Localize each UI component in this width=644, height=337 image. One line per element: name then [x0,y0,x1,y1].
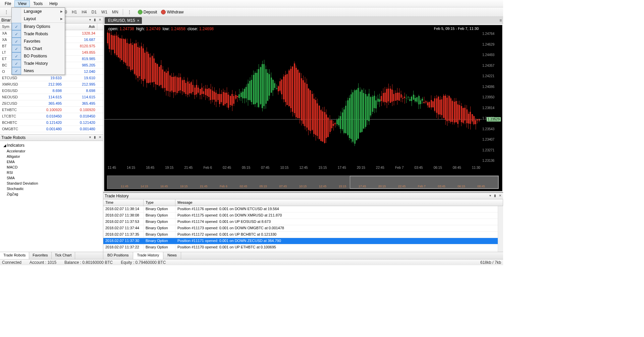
tree-node[interactable]: RSI [2,170,101,175]
watchlist-row[interactable]: NEOUSD114.615114.615 [0,94,103,100]
status-equity: Equity : 0.79460000 BTC [121,260,166,265]
history-row[interactable]: 2018.02.07 11:37:53Binary OptionPosition… [103,219,503,225]
trade-robots-panel: Trade Robots ▾ ▮ ✕ ◢ Indicators Accelera… [0,134,103,259]
menuitem-trade-robots[interactable]: ✓Trade Robots [12,30,65,38]
history-row[interactable]: 2018.02.07 11:37:35Binary OptionPosition… [103,232,503,238]
statusbar: Connected Account : 1015 Balance : 0.801… [0,259,503,265]
watchlist-row[interactable]: ETHBTC0.1009200.100920 [0,107,103,113]
panel-close-icon[interactable]: ✕ [498,194,502,198]
watchlist-row[interactable]: OMGBTC0.0014800.001480 [0,126,103,132]
history-grid[interactable]: Time Type Message 2018.02.07 11:38:14Bin… [103,199,503,252]
tree-node[interactable]: Alligator [2,154,101,159]
panel-pin-icon[interactable]: ▮ [93,135,97,140]
history-row[interactable]: 2018.02.07 11:37:44Binary OptionPosition… [103,225,503,232]
tab-trade-history[interactable]: Trade History [133,252,164,259]
chart-navigator[interactable]: 11:4514:1516:4519:1521:45Feb 602:4505:15… [107,176,499,189]
menuitem-layout[interactable]: Layout▶ [12,15,65,22]
col-ask[interactable]: Ask [64,23,97,30]
watchlist-row[interactable]: ETCUSD19.61019.610 [0,75,103,81]
y-axis: 1.247641.246291.244931.243571.242211.240… [482,32,501,162]
col-message[interactable]: Message [175,199,503,206]
panel-close-icon[interactable]: ✕ [98,18,102,22]
tree-node[interactable]: EMA [2,159,101,164]
deposit-icon [138,10,143,14]
history-tabs: BO PositionsTrade HistoryNews [103,252,503,259]
watchlist-row[interactable]: XMRUSD212.995212.995 [0,81,103,88]
chart-area[interactable]: open: 1.24738 high: 1.24749 low: 1.24658… [104,25,502,191]
tree-node[interactable]: ZigZag [2,191,101,197]
tab-bo-positions[interactable]: BO Positions [103,252,133,259]
menu-file[interactable]: File [1,0,14,7]
chart-tabs-menu-icon[interactable]: ≡ [499,18,502,23]
history-row[interactable]: 2018.02.07 11:37:22Binary OptionPosition… [103,244,503,251]
history-row[interactable]: 2018.02.07 11:38:08Binary OptionPosition… [103,212,503,219]
right-column: EURUSD, M15 × ≡ open: 1.24738 high: 1.24… [103,17,503,259]
col-type[interactable]: Type [144,199,175,206]
tree-node[interactable]: Accelerator [2,148,101,154]
chart-tabstrip: EURUSD, M15 × ≡ [103,17,503,24]
menuitem-bo-positions[interactable]: ✓BO Positions [12,52,65,60]
current-price-tag: 1.23529 [487,117,501,122]
tab-news[interactable]: News [163,252,181,259]
panel-dropdown-icon[interactable]: ▾ [88,135,92,140]
menuitem-favorites[interactable]: ✓Favorites [12,38,65,45]
panel-pin-icon[interactable]: ▮ [493,194,497,198]
tab-trade-robots[interactable]: Trade Robots [0,252,29,259]
toolbar: ⋮ ✉ M1M5M15M30H1H4D1W1MN ⋮ Deposit Withd… [0,7,503,17]
tab-favorites[interactable]: Favorites [29,252,51,259]
timeframe-h1[interactable]: H1 [69,9,79,15]
tree-node[interactable]: SMA [2,175,101,181]
status-balance: Balance : 0.80160000 BTC [64,260,113,265]
robots-tree[interactable]: ◢ Indicators AcceleratorAlligatorEMAMACD… [0,141,103,252]
panel-close-icon[interactable]: ✕ [98,135,102,140]
scrollbar[interactable] [498,206,503,252]
panel-dropdown-icon[interactable]: ▾ [88,18,92,22]
candlestick-series [107,34,480,164]
tree-node[interactable]: Stochastic [2,186,101,191]
timeframe-h4[interactable]: H4 [79,9,89,15]
menuitem-language[interactable]: Language▶ [12,8,65,15]
robots-title: Trade Robots ▾ ▮ ✕ [0,134,103,141]
history-row[interactable]: 2018.02.07 11:38:14Binary OptionPosition… [103,206,503,212]
watchlist-row[interactable]: BCHBTC0.1214200.121420 [0,119,103,126]
chart-tab[interactable]: EURUSD, M15 × [105,17,142,24]
status-connected: Connected [2,260,21,265]
deposit-button[interactable]: Deposit [138,10,157,14]
toolbar-icon-1[interactable]: ⋮ [2,9,11,15]
menuitem-news[interactable]: ✓News [12,67,65,75]
col-time[interactable]: Time [103,199,144,206]
robots-tabs: Trade RobotsFavoritesTick Chart [0,252,103,259]
panel-dropdown-icon[interactable]: ▾ [488,194,492,198]
menubar: FileViewToolsHelp [0,0,503,7]
date-range: Feb 5, 09:15 - Feb 7, 11:30 [434,27,479,31]
history-title: Trade History ▾ ▮ ✕ [103,193,503,199]
history-header: Time Type Message [103,199,503,206]
ohlc-info: open: 1.24738 high: 1.24749 low: 1.24658… [108,27,214,31]
withdraw-button[interactable]: Withdraw [161,10,183,14]
menuitem-tick-chart[interactable]: ✓Tick Chart [12,45,65,52]
tree-root[interactable]: ◢ Indicators [2,142,101,148]
status-account: Account : 1015 [30,260,56,265]
menu-view[interactable]: View [14,0,30,7]
watchlist-row[interactable]: EOSUSD8.6988.698 [0,88,103,94]
tab-tick-chart[interactable]: Tick Chart [52,252,75,259]
watchlist-row[interactable]: ZECUSD365.495365.495 [0,100,103,107]
toolbar-sep-icon[interactable]: ⋮ [125,9,134,15]
watchlist-row[interactable]: LTCBTC0.0184500.018450 [0,113,103,119]
menu-tools[interactable]: Tools [30,0,46,7]
menu-help[interactable]: Help [46,0,61,7]
timeframe-d1[interactable]: D1 [89,9,99,15]
view-dropdown: Language▶Layout▶✓Binary Options✓Trade Ro… [11,7,65,75]
close-icon[interactable]: × [137,18,139,22]
menuitem-trade-history[interactable]: ✓Trade History [12,60,65,67]
history-row[interactable]: 2018.02.07 11:37:30Binary OptionPosition… [103,238,503,244]
withdraw-icon [161,10,166,14]
tree-node[interactable]: MACD [2,164,101,170]
timeframe-mn[interactable]: MN [110,9,121,15]
timeframe-w1[interactable]: W1 [99,9,110,15]
panel-pin-icon[interactable]: ▮ [93,18,97,22]
menuitem-binary-options[interactable]: ✓Binary Options [12,23,65,30]
tree-node[interactable]: Standard Deviation [2,181,101,186]
chart-tab-label: EURUSD, M15 [108,18,135,23]
trade-history-panel: Trade History ▾ ▮ ✕ Time Type Message 20… [103,192,503,259]
